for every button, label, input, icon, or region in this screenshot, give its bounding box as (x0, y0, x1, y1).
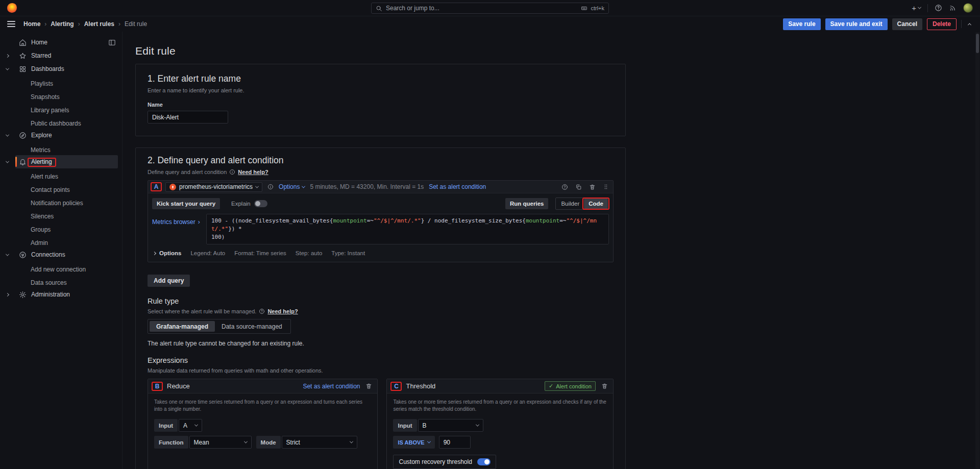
user-avatar[interactable] (963, 3, 973, 13)
sidebar-item-explore[interactable]: Explore (0, 129, 122, 142)
alert-condition-badge: ✓Alert condition (545, 381, 596, 391)
format-summary: Format: Time series (234, 250, 286, 256)
query-options-row: Options Legend: Auto Format: Time series… (152, 249, 609, 258)
reduce-function-label: Function (154, 436, 188, 449)
sidebar-item-groups[interactable]: Groups (0, 221, 122, 235)
query-header: A prometheus-victoriametrics Options 5 m… (148, 181, 613, 193)
threshold-ref-id-badge[interactable]: C (392, 383, 400, 390)
reduce-mode-select[interactable]: Strict (282, 436, 357, 449)
dock-sidebar-icon[interactable] (108, 39, 116, 46)
promql-code-editor[interactable]: 100 - ((node_filesystem_avail_bytes{moun… (206, 214, 609, 244)
chevron-right-icon (6, 292, 9, 296)
sidebar-item-administration[interactable]: Administration (0, 288, 122, 301)
set-as-alert-condition-link[interactable]: Set as alert condition (429, 183, 486, 190)
reduce-ref-id-badge[interactable]: B (153, 383, 161, 390)
builder-mode-option[interactable]: Builder (556, 199, 584, 209)
threshold-input-label: Input (393, 419, 416, 432)
run-queries-button[interactable]: Run queries (505, 198, 548, 209)
query-options-summary: 5 minutes, MD = 43200, Min. Interval = 1… (310, 183, 424, 190)
sidebar-item-playlists[interactable]: Playlists (0, 76, 122, 89)
grafana-managed-option[interactable]: Grafana-managed (150, 321, 215, 332)
sidebar-item-alerting[interactable]: Alerting (0, 155, 122, 168)
custom-recovery-threshold-field: Custom recovery threshold (393, 455, 496, 469)
menu-toggle-icon[interactable] (7, 21, 15, 27)
breadcrumb-alert-rules[interactable]: Alert rules (84, 20, 114, 28)
delete-expression-icon[interactable] (365, 383, 372, 389)
expressions-description: Manipulate data returned from queries wi… (148, 367, 614, 374)
delete-query-icon[interactable] (589, 184, 596, 190)
delete-expression-icon[interactable] (601, 383, 608, 389)
sidebar-item-alert-rules[interactable]: Alert rules (0, 168, 122, 182)
scrollbar-track[interactable] (975, 32, 979, 468)
drag-handle-icon[interactable] (603, 183, 609, 190)
main-content: Edit rule 1. Enter alert rule name Enter… (122, 32, 980, 469)
breadcrumb-alerting[interactable]: Alerting (51, 20, 74, 28)
step2-description: Define query and alert condition (148, 169, 227, 175)
save-rule-and-exit-button[interactable]: Save rule and exit (825, 18, 888, 30)
bell-icon (19, 158, 27, 166)
info-icon (259, 308, 265, 314)
chevron-down-icon (918, 6, 921, 9)
search-input[interactable] (386, 5, 577, 12)
step1-card: 1. Enter alert rule name Enter a name to… (135, 64, 626, 136)
sidebar-item-silences[interactable]: Silences (0, 208, 122, 221)
sidebar-item-metrics[interactable]: Metrics (0, 142, 122, 155)
sidebar-item-starred[interactable]: Starred (0, 49, 122, 62)
cancel-button[interactable]: Cancel (892, 18, 922, 30)
reduce-set-alert-condition-link[interactable]: Set as alert condition (303, 383, 360, 390)
sidebar-item-add-new-connection[interactable]: Add new connection (0, 261, 122, 275)
datasource-picker[interactable]: prometheus-victoriametrics (165, 182, 262, 192)
rule-type-need-help-link[interactable]: Need help? (267, 308, 298, 314)
reduce-input-select[interactable]: A (179, 419, 202, 432)
options-collapse-toggle[interactable]: Options (153, 250, 181, 256)
threshold-input-select[interactable]: B (418, 419, 483, 432)
star-icon (19, 52, 27, 60)
search-icon (376, 5, 382, 12)
sidebar-item-home[interactable]: Home (0, 36, 122, 49)
annotated-alerting-label: Alerting (31, 158, 52, 165)
custom-recovery-toggle[interactable] (477, 458, 491, 465)
add-query-button[interactable]: Add query (148, 275, 190, 287)
info-icon (229, 169, 235, 175)
sidebar-item-snapshots[interactable]: Snapshots (0, 89, 122, 102)
sidebar-item-contact-points[interactable]: Contact points (0, 182, 122, 195)
grafana-logo[interactable] (7, 3, 17, 13)
duplicate-query-icon[interactable] (575, 184, 582, 190)
dashboards-icon (19, 65, 27, 73)
chevron-down-icon (6, 66, 9, 70)
sidebar-item-library-panels[interactable]: Library panels (0, 102, 122, 115)
need-help-link[interactable]: Need help? (238, 169, 268, 175)
sidebar-item-notification-policies[interactable]: Notification policies (0, 195, 122, 208)
type-summary: Type: Instant (331, 250, 365, 256)
scrollbar-thumb[interactable] (976, 34, 979, 53)
step2-card: 2. Define query and alert condition Defi… (135, 147, 626, 469)
news-icon[interactable] (949, 4, 957, 12)
sidebar-item-dashboards[interactable]: Dashboards (0, 62, 122, 76)
collapse-toolbar-button[interactable] (966, 21, 973, 28)
threshold-operator-select[interactable]: IS ABOVE (393, 436, 434, 449)
threshold-value-input[interactable] (439, 436, 471, 449)
rule-name-input[interactable] (148, 111, 228, 124)
query-ref-id-badge[interactable]: A (152, 183, 160, 190)
help-icon[interactable] (935, 4, 942, 12)
reduce-function-select[interactable]: Mean (189, 436, 252, 449)
chevron-down-icon (6, 159, 9, 163)
search-bar[interactable]: ctrl+k (371, 3, 609, 14)
explain-toggle[interactable] (254, 200, 267, 207)
rule-type-description: Select where the alert rule will be mana… (148, 308, 256, 314)
add-menu-button[interactable]: + (912, 4, 921, 12)
sidebar-item-connections[interactable]: Connections (0, 248, 122, 261)
query-options-toggle[interactable]: Options (279, 183, 305, 190)
save-rule-button[interactable]: Save rule (783, 18, 820, 30)
code-mode-option[interactable]: Code (584, 199, 608, 209)
sidebar-item-data-sources[interactable]: Data sources (0, 275, 122, 288)
kick-start-query-button[interactable]: Kick start your query (152, 198, 220, 209)
keyboard-shortcut: ctrl+k (580, 5, 604, 11)
query-help-icon[interactable] (561, 184, 568, 190)
metrics-browser-link[interactable]: Metrics browser › (152, 218, 200, 226)
sidebar-item-admin[interactable]: Admin (0, 235, 122, 248)
sidebar-item-public-dashboards[interactable]: Public dashboards (0, 115, 122, 129)
datasource-managed-option[interactable]: Data source-managed (215, 321, 289, 332)
breadcrumb-home[interactable]: Home (23, 20, 40, 28)
delete-button[interactable]: Delete (927, 18, 957, 30)
